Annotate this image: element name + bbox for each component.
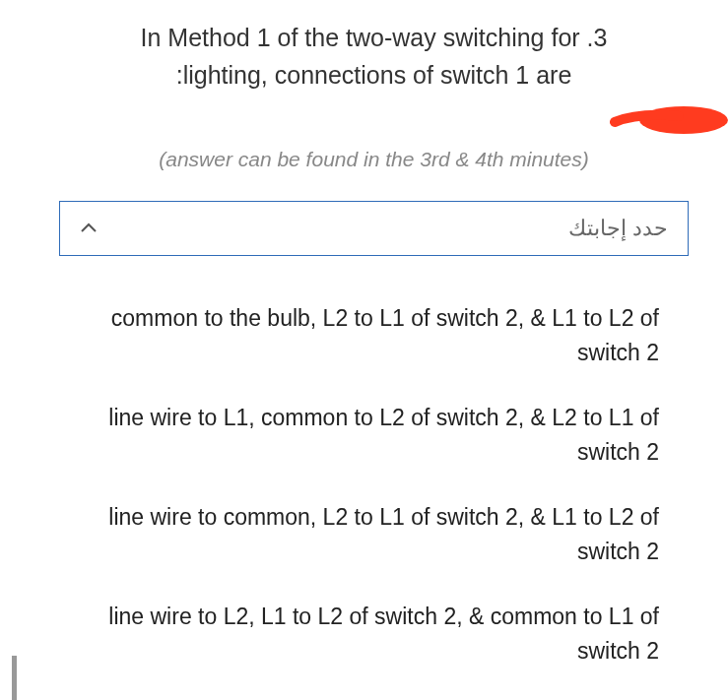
highlight-mark [610,100,728,140]
chevron-up-icon [80,220,98,237]
options-list: common to the bulb, L2 to L1 of switch 2… [59,276,689,693]
option-item[interactable]: line wire to L1, common to L2 of switch … [59,385,689,484]
option-item[interactable]: common to the bulb, L2 to L1 of switch 2… [59,286,689,385]
question-line-2: :lighting, connections of switch 1 are [176,61,572,89]
side-marker [12,656,17,700]
hint-text: (answer can be found in the 3rd & 4th mi… [59,148,689,171]
dropdown-placeholder: حدد إجابتك [568,216,668,241]
answer-dropdown[interactable]: حدد إجابتك [59,201,689,256]
question-line-1: In Method 1 of the two-way switching for… [141,24,608,51]
question-text: In Method 1 of the two-way switching for… [59,20,689,94]
question-container: In Method 1 of the two-way switching for… [59,20,689,693]
option-item[interactable]: line wire to L2, L1 to L2 of switch 2, &… [59,584,689,683]
option-item[interactable]: line wire to common, L2 to L1 of switch … [59,484,689,584]
